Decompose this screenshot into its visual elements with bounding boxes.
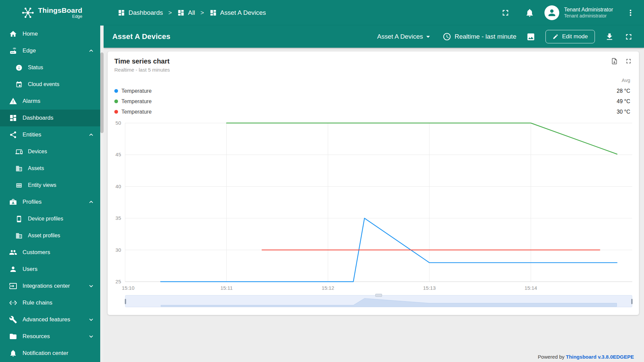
sidebar-item-home[interactable]: Home <box>0 26 104 42</box>
time-series-widget: Time series chart Realtime - last 5 minu… <box>108 51 639 315</box>
svg-text:15:11: 15:11 <box>220 285 232 291</box>
sidebar-item-label: Resources <box>23 333 50 340</box>
customers-icon <box>9 248 17 256</box>
svg-text:15:12: 15:12 <box>321 285 334 291</box>
sidebar-item-label: Assets <box>28 165 44 171</box>
info-icon <box>15 64 23 71</box>
sidebar-item-label: Customers <box>23 249 50 256</box>
sidebar-item-assets[interactable]: Assets <box>0 160 104 177</box>
sidebar-scrollbar-thumb[interactable] <box>100 52 104 133</box>
fullscreen-icon[interactable] <box>624 32 633 41</box>
timewindow-button[interactable]: Realtime - last minute <box>443 32 517 41</box>
sidebar-item-label: Integrations center <box>23 283 70 289</box>
brand-title: ThingsBoard <box>38 7 82 14</box>
fullscreen-icon[interactable] <box>501 8 510 17</box>
event-icon <box>15 81 23 88</box>
chevron-up-icon <box>87 47 95 54</box>
breadcrumb-item-dashboards[interactable]: Dashboards <box>118 9 163 16</box>
edit-mode-button[interactable]: Edit mode <box>545 30 595 43</box>
powered-by-text: Powered by <box>538 354 564 360</box>
entity-select[interactable]: Asset A Devices <box>377 32 432 41</box>
sidebar-item-label: Advanced features <box>23 316 70 323</box>
integrations-icon <box>9 282 17 290</box>
datazoom-grip-handle[interactable] <box>375 294 382 297</box>
svg-text:40: 40 <box>115 184 121 189</box>
user-name: Tenant Administrator <box>564 6 613 13</box>
breadcrumb-label: Dashboards <box>128 9 163 16</box>
sidebar-item-label: Alarms <box>23 98 40 105</box>
sidebar: ThingsBoard Edge Home Edge Status Cloud … <box>0 0 104 362</box>
breadcrumb-separator: > <box>200 9 204 16</box>
sidebar-item-label: Entities <box>23 131 41 138</box>
notifications-bell-icon[interactable] <box>525 8 534 17</box>
sidebar-item-status[interactable]: Status <box>0 59 104 76</box>
version-link[interactable]: Thingsboard v.3.8.0EDGEPE <box>566 354 634 360</box>
sidebar-item-customers[interactable]: Customers <box>0 244 104 261</box>
sidebar-item-label: Entity views <box>28 182 56 188</box>
svg-text:35: 35 <box>115 215 121 221</box>
sidebar-item-integrations-center[interactable]: Integrations center <box>0 278 104 294</box>
datazoom-slider[interactable] <box>125 295 632 307</box>
datazoom-left-handle[interactable] <box>125 299 126 304</box>
sidebar-item-label: Rule chains <box>23 299 52 306</box>
asset-profile-icon <box>15 232 23 239</box>
breadcrumb-label: Asset A Devices <box>220 9 266 16</box>
thingsboard-logo-icon <box>21 6 35 19</box>
sidebar-item-devices[interactable]: Devices <box>0 143 104 160</box>
download-icon[interactable] <box>605 32 614 41</box>
sidebar-item-alarms[interactable]: Alarms <box>0 93 104 110</box>
datazoom-preview <box>125 295 632 307</box>
chevron-down-icon <box>87 282 95 290</box>
rule-chains-icon <box>9 299 17 307</box>
breadcrumb-item-all[interactable]: All <box>177 9 195 16</box>
sidebar-item-cloud-events[interactable]: Cloud events <box>0 76 104 93</box>
sidebar-item-label: Profiles <box>23 199 42 205</box>
sidebar-item-rule-chains[interactable]: Rule chains <box>0 294 104 311</box>
sidebar-item-notification-center[interactable]: Notification center <box>0 345 104 362</box>
svg-text:15:10: 15:10 <box>122 285 135 291</box>
caret-down-icon <box>424 32 432 41</box>
sidebar-item-label: Cloud events <box>28 81 59 87</box>
sidebar-item-edge[interactable]: Edge <box>0 42 104 59</box>
sidebar-item-label: Dashboards <box>23 115 53 121</box>
image-gallery-icon[interactable] <box>526 32 535 41</box>
sidebar-item-users[interactable]: Users <box>0 261 104 278</box>
entities-icon <box>9 131 17 139</box>
sidebar-item-label: Status <box>28 65 43 71</box>
edge-icon <box>9 47 17 55</box>
thingsboard-logo[interactable]: ThingsBoard Edge <box>0 0 104 26</box>
sidebar-item-label: Home <box>23 31 38 37</box>
sidebar-item-advanced-features[interactable]: Advanced features <box>0 311 104 328</box>
datazoom-right-handle[interactable] <box>631 299 633 304</box>
resources-icon <box>9 332 17 340</box>
breadcrumb-item-asset-a-devices[interactable]: Asset A Devices <box>210 9 266 16</box>
dashboard-toolbar-actions: Asset A Devices Realtime - last minute E… <box>377 30 633 43</box>
chevron-up-icon <box>87 198 95 206</box>
sidebar-item-asset-profiles[interactable]: Asset profiles <box>0 227 104 244</box>
dashboard-title: Asset A Devices <box>112 32 171 41</box>
sidebar-item-entities[interactable]: Entities <box>0 126 104 143</box>
edit-mode-label: Edit mode <box>562 33 588 40</box>
notifications-icon <box>9 349 17 357</box>
assets-icon <box>15 165 23 172</box>
sidebar-item-entity-views[interactable]: Entity views <box>0 177 104 194</box>
brand-subtitle: Edge <box>72 14 82 19</box>
sidebar-item-label: Edge <box>23 47 36 54</box>
sidebar-item-dashboards[interactable]: Dashboards <box>0 110 104 126</box>
sidebar-item-device-profiles[interactable]: Device profiles <box>0 210 104 227</box>
time-series-chart-plot[interactable]: 25303540455015:1015:1115:1215:1315:14 <box>108 51 639 315</box>
sidebar-item-label: Users <box>23 266 37 273</box>
svg-text:15:14: 15:14 <box>525 285 537 291</box>
sidebar-item-resources[interactable]: Resources <box>0 328 104 345</box>
chevron-up-icon <box>87 131 95 138</box>
profiles-icon <box>9 198 17 206</box>
entity-views-icon <box>15 182 23 189</box>
sidebar-item-label: Device profiles <box>28 216 63 222</box>
kebab-menu-icon[interactable] <box>626 8 635 17</box>
sidebar-item-profiles[interactable]: Profiles <box>0 194 104 210</box>
person-icon <box>547 8 557 18</box>
avatar[interactable] <box>544 5 559 20</box>
svg-text:25: 25 <box>115 279 121 284</box>
svg-text:45: 45 <box>115 152 121 157</box>
user-info[interactable]: Tenant Administrator Tenant administrato… <box>564 6 613 19</box>
